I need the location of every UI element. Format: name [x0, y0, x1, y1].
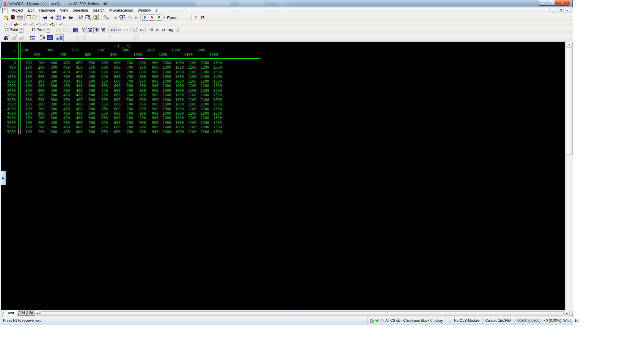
mdi-close-button[interactable]: ✕ [564, 8, 571, 13]
map-cell[interactable]: 800 [134, 98, 146, 102]
map-cell[interactable]: 400 [71, 93, 82, 97]
map-cell[interactable]: 1000 [160, 125, 171, 129]
map-cell[interactable]: 300 [46, 102, 57, 106]
map-cell[interactable]: 700 [122, 84, 133, 88]
view-32bit-button[interactable]: 32 [94, 27, 100, 33]
map-cell[interactable]: 1200 [198, 102, 209, 106]
map-cell[interactable]: 1000 [160, 89, 171, 93]
map-cell[interactable]: 1000 [172, 116, 184, 120]
map-cell[interactable]: 400 [59, 102, 70, 106]
map-cell[interactable]: 1000 [160, 116, 171, 120]
map-cell[interactable]: 600 [109, 130, 120, 134]
menu-edit[interactable]: Edit [26, 8, 37, 13]
map-row-header[interactable]: 3800 [1, 102, 16, 106]
axis-spinner-4[interactable]: ▲▼ [133, 35, 138, 40]
map-cell[interactable]: 600 [109, 79, 120, 83]
read-eprom-button[interactable] [10, 14, 16, 20]
sign-button[interactable]: +/- [139, 27, 144, 33]
search-preview-button[interactable] [85, 14, 92, 20]
map-cell[interactable]: 500 [84, 130, 95, 134]
map-cell[interactable]: 200 [33, 75, 45, 79]
map-cell[interactable]: 600 [109, 70, 120, 74]
tab-scroll-left-button[interactable]: ◀ [34, 311, 40, 316]
panel-expander-button[interactable]: ▶ [1, 171, 6, 185]
view-dropdown-arrow[interactable]: ▼ [162, 16, 166, 19]
map-cell[interactable]: 700 [122, 79, 133, 83]
map-cell[interactable]: 500 [84, 125, 95, 129]
map-cell[interactable]: 1200 [198, 89, 209, 93]
menu-window[interactable]: Window [135, 8, 153, 13]
map-cell[interactable]: 1300 [211, 107, 222, 111]
format-binary-button[interactable]: 111 [123, 27, 129, 33]
map-cell[interactable]: 700 [122, 130, 133, 134]
map-cell[interactable]: 400 [59, 84, 70, 88]
key-single-button[interactable] [58, 22, 64, 26]
map-cell[interactable]: 800 [134, 125, 146, 129]
map-cell[interactable]: 550 [84, 61, 95, 65]
upload-button[interactable] [127, 14, 133, 20]
map-cell[interactable]: 900 [147, 130, 158, 134]
map-cell[interactable]: 1300 [211, 75, 222, 79]
map-cell[interactable]: 300 [46, 107, 57, 111]
map-cell[interactable]: 1100 [185, 93, 197, 97]
map-cell[interactable]: 1200 [198, 61, 209, 65]
map-cell[interactable]: 550 [97, 116, 108, 120]
map-cell[interactable]: 1300 [211, 98, 222, 102]
map-cell[interactable]: 400 [59, 111, 70, 116]
map-cell[interactable]: 900 [147, 79, 158, 83]
vertical-scrollbar[interactable]: ▲ ▼ [566, 42, 573, 315]
map-cell[interactable]: 1300 [211, 65, 222, 70]
map-cell[interactable]: 800 [134, 130, 146, 134]
menu-help[interactable]: ? [153, 8, 160, 13]
insert-map-button[interactable] [39, 34, 46, 40]
map-cell[interactable]: 1300 [211, 61, 222, 65]
x-axis-label[interactable]: 900 [118, 48, 129, 52]
map-cell[interactable]: 300 [46, 70, 57, 74]
map-row-header[interactable]: 1600 [1, 79, 16, 83]
map-cell[interactable]: 1000 [160, 121, 171, 125]
background-task-button[interactable] [93, 14, 100, 20]
map-cell[interactable]: 1300 [211, 102, 222, 106]
font-size-x-spinbox[interactable]: 12 Point ▲▼ [5, 27, 23, 32]
map-cell[interactable]: 100 [21, 65, 32, 70]
x-axis-label[interactable]: 500 [67, 48, 78, 52]
map-cell[interactable]: 1000 [172, 89, 184, 93]
key-delete-button[interactable]: × [35, 22, 41, 26]
map-cell[interactable]: 1000 [172, 70, 184, 74]
toolbar-grip[interactable] [1, 22, 3, 26]
map-cell[interactable]: 500 [84, 79, 95, 83]
map-cell[interactable]: 600 [109, 107, 120, 111]
map-cell[interactable]: 300 [46, 111, 57, 116]
map-cell[interactable]: 300 [46, 93, 57, 97]
map-cell[interactable]: 300 [46, 89, 57, 93]
map-cell[interactable]: 1000 [160, 70, 171, 74]
x-axis-label[interactable]: 200 [29, 53, 41, 57]
map-cell[interactable]: 550 [97, 89, 108, 93]
map-cell[interactable]: 1000 [172, 75, 184, 79]
map-cell[interactable]: 400 [71, 130, 82, 134]
map-cell[interactable]: 400 [71, 121, 82, 125]
scroll-up-button[interactable]: ▲ [566, 42, 573, 48]
map-cell[interactable]: 500 [84, 89, 95, 93]
map-cell[interactable]: 200 [33, 111, 45, 116]
map-cell[interactable]: 900 [147, 121, 158, 125]
hand-select-button[interactable]: ☜ [4, 22, 10, 26]
map-cell[interactable]: 1300 [211, 79, 222, 83]
map-cell[interactable]: 450 [71, 61, 82, 65]
map-list-button[interactable] [78, 14, 84, 20]
map-cell[interactable]: 800 [134, 61, 146, 65]
map-cell[interactable]: 550 [97, 93, 108, 97]
format-decimal-button[interactable]: 255 [110, 27, 117, 33]
format-hex-button[interactable]: FF [117, 27, 122, 33]
view-float-button[interactable]: Fl. [101, 27, 107, 33]
map-cell[interactable]: 700 [122, 125, 133, 129]
map-cell[interactable]: 1000 [172, 111, 184, 116]
map-cell[interactable]: 300 [46, 61, 57, 65]
map-cell[interactable]: 100 [21, 102, 32, 106]
map-cell[interactable]: 100 [21, 93, 32, 97]
font-size-y-spinner[interactable]: ▲▼ [46, 27, 50, 32]
map-cell[interactable]: 500 [84, 93, 95, 97]
map-cell[interactable]: 400 [71, 125, 82, 129]
map-cell[interactable]: 1300 [211, 121, 222, 125]
view-16bit-button[interactable]: 16 [87, 27, 94, 33]
